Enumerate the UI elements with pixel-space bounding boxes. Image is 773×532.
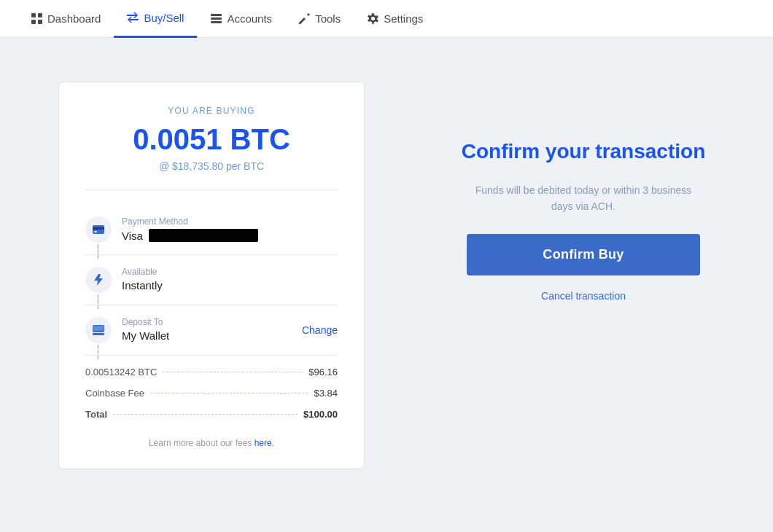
payment-method-label: Payment Method (122, 216, 338, 227)
svg-rect-3 (38, 20, 42, 24)
svg-rect-1 (38, 13, 42, 17)
settings-icon (367, 13, 378, 25)
nav-item-dashboard[interactable]: Dashboard (18, 0, 114, 38)
fee-dots-btc (163, 372, 303, 372)
cancel-transaction-link[interactable]: Cancel transaction (541, 290, 626, 302)
nav-item-accounts[interactable]: Accounts (197, 0, 285, 38)
deposit-value: My Wallet (122, 329, 292, 342)
footer-text: Learn more about our fees (149, 438, 255, 448)
availability-content: Available Instantly (122, 267, 338, 292)
main-content: YOU ARE BUYING 0.0051 BTC @ $18,735.80 p… (0, 38, 773, 498)
confirm-title: Confirm your transaction (462, 140, 705, 163)
fee-btc-amount: $96.16 (308, 367, 338, 378)
svg-rect-6 (211, 21, 222, 23)
svg-rect-11 (93, 326, 104, 331)
tools-icon (298, 13, 310, 25)
payment-method-content: Payment Method Visa (122, 216, 338, 242)
nav-item-tools[interactable]: Tools (285, 0, 354, 38)
deposit-content: Deposit To My Wallet (122, 317, 292, 342)
payment-method-row: Payment Method Visa (85, 205, 338, 255)
nav-bar: Dashboard Buy/Sell Accounts Tools (0, 0, 773, 38)
change-deposit-link[interactable]: Change (302, 324, 338, 336)
svg-rect-2 (31, 20, 36, 24)
fee-row-total: Total $100.00 (85, 404, 338, 425)
fee-coinbase-amount: $3.84 (314, 388, 338, 399)
buysell-icon (127, 12, 139, 23)
nav-label-settings: Settings (384, 12, 423, 25)
fee-row-btc: 0.00513242 BTC $96.16 (85, 361, 338, 383)
confirm-buy-button[interactable]: Confirm Buy (467, 234, 700, 275)
svg-rect-8 (93, 227, 104, 230)
nav-label-tools: Tools (315, 12, 341, 25)
nav-label-buysell: Buy/Sell (144, 12, 184, 24)
svg-rect-5 (211, 17, 222, 20)
deposit-row: Deposit To My Wallet Change (85, 305, 338, 356)
availability-row: Available Instantly (85, 255, 338, 305)
footer-suffix: . (272, 438, 274, 448)
deposit-icon (85, 317, 112, 343)
accounts-icon (210, 13, 222, 25)
availability-icon (85, 267, 112, 293)
fee-btc-label: 0.00513242 BTC (85, 367, 157, 378)
nav-item-settings[interactable]: Settings (354, 0, 436, 38)
fees-link[interactable]: here (255, 438, 272, 448)
grid-icon (31, 13, 42, 25)
card-footer: Learn more about our fees here. (85, 438, 338, 448)
svg-rect-0 (31, 13, 36, 17)
buying-rate: @ $18,735.80 per BTC (85, 160, 338, 172)
top-divider (85, 189, 338, 190)
svg-rect-9 (94, 231, 97, 232)
availability-value: Instantly (122, 279, 338, 292)
fee-dots-coinbase (150, 393, 308, 394)
fee-coinbase-label: Coinbase Fee (85, 388, 144, 399)
nav-item-buysell[interactable]: Buy/Sell (114, 0, 197, 38)
fee-row-coinbase: Coinbase Fee $3.84 (85, 383, 338, 404)
fee-dots-total (113, 414, 298, 415)
nav-label-accounts: Accounts (227, 12, 272, 25)
svg-rect-4 (211, 14, 222, 16)
card-number-redacted (149, 229, 258, 242)
confirm-panel: Confirm your transaction Funds will be d… (423, 82, 744, 302)
confirm-description: Funds will be debited today or within 3 … (474, 182, 693, 215)
availability-label: Available (122, 267, 338, 277)
deposit-label: Deposit To (122, 317, 292, 327)
fee-total-label: Total (85, 409, 107, 420)
fee-total-amount: $100.00 (303, 409, 338, 420)
buy-confirmation-card: YOU ARE BUYING 0.0051 BTC @ $18,735.80 p… (58, 82, 365, 469)
nav-label-dashboard: Dashboard (47, 12, 101, 25)
buying-amount: 0.0051 BTC (85, 123, 338, 156)
buying-label: YOU ARE BUYING (85, 106, 338, 116)
svg-rect-12 (93, 333, 104, 335)
fees-section: 0.00513242 BTC $96.16 Coinbase Fee $3.84… (85, 361, 338, 425)
payment-method-value: Visa (122, 229, 338, 242)
payment-icon (85, 216, 112, 243)
